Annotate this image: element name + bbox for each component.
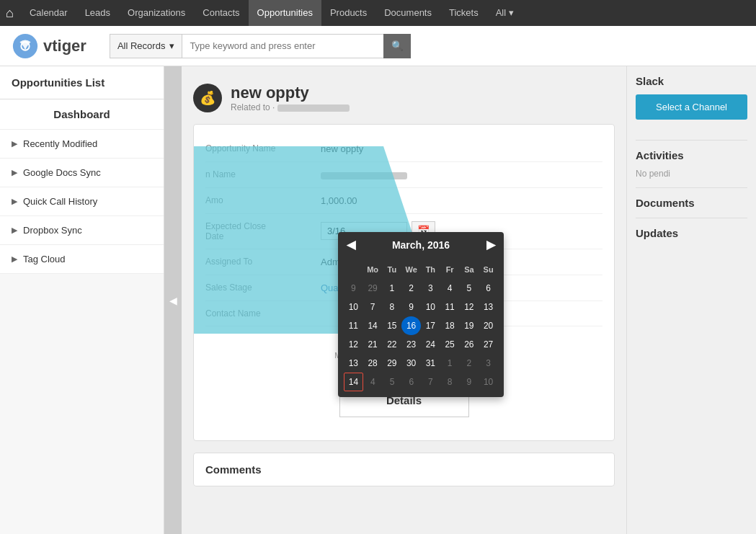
masked-value — [321, 172, 407, 179]
sidebar-item-label: Quick Call History — [23, 196, 97, 207]
select-channel-button[interactable]: Select a Channel — [636, 94, 747, 120]
cal-day[interactable]: 15 — [383, 316, 402, 335]
cal-day[interactable]: 1 — [383, 279, 402, 298]
top-navigation: ⌂ Calendar Leads Organizations Contacts … — [0, 0, 756, 26]
sidebar-collapse-button[interactable]: ◀ — [164, 66, 182, 534]
cal-day[interactable]: 9 — [401, 298, 421, 316]
cal-day[interactable]: 17 — [421, 316, 440, 335]
cal-day[interactable]: 8 — [383, 298, 402, 316]
form-card: Opportunity Name new oppty n Name Amo 1,… — [193, 124, 615, 441]
field-value: 1,000.00 — [321, 195, 602, 206]
nav-opportunities[interactable]: Opportunities — [249, 0, 321, 26]
cal-day[interactable]: 3 — [479, 354, 498, 373]
nav-products[interactable]: Products — [321, 0, 375, 26]
cal-day[interactable]: 29 — [363, 279, 383, 298]
sidebar-item-label: Tag Cloud — [23, 254, 66, 264]
cal-day[interactable]: 25 — [440, 335, 460, 354]
cal-day[interactable]: 26 — [460, 335, 479, 354]
sidebar-item-recently-modified[interactable]: ▶ Recently Modified — [0, 130, 164, 159]
cal-day[interactable]: 7 — [421, 373, 440, 391]
search-button[interactable]: 🔍 — [383, 34, 411, 58]
cal-header-fr: Fr — [440, 260, 460, 279]
cal-day[interactable]: 31 — [421, 354, 440, 373]
sidebar-dashboard[interactable]: Dashboard — [0, 99, 164, 130]
record-icon: 💰 — [193, 84, 222, 112]
calendar-month-label: March, 2016 — [392, 239, 450, 251]
cal-day[interactable]: 10 — [479, 373, 498, 391]
calendar-next-button[interactable]: ▶ — [486, 238, 495, 252]
cal-day[interactable]: 2 — [401, 279, 421, 298]
sidebar-item-tag-cloud[interactable]: ▶ Tag Cloud — [0, 245, 164, 274]
form-row-opportunity-name: Opportunity Name new oppty — [205, 136, 602, 162]
sidebar-section: ▶ Recently Modified ▶ Google Docs Sync ▶… — [0, 130, 164, 274]
cal-day-selected[interactable]: 16 — [401, 316, 421, 335]
cal-day[interactable]: 3 — [421, 279, 440, 298]
cal-day[interactable]: 6 — [479, 279, 498, 298]
home-icon[interactable]: ⌂ — [6, 6, 14, 21]
cal-day[interactable]: 9 — [460, 373, 479, 391]
sidebar-item-label: Google Docs Sync — [23, 167, 101, 178]
cal-day[interactable]: 7 — [363, 298, 383, 316]
nav-organizations[interactable]: Organizations — [119, 0, 194, 26]
cal-day[interactable]: 2 — [460, 354, 479, 373]
documents-title: Documents — [636, 197, 747, 209]
cal-day[interactable]: 5 — [383, 373, 402, 391]
nav-leads[interactable]: Leads — [76, 0, 119, 26]
search-dropdown-label: All Records — [117, 40, 165, 51]
related-link[interactable] — [277, 104, 350, 112]
field-label: Amo — [205, 195, 321, 206]
sidebar-item-quick-call-history[interactable]: ▶ Quick Call History — [0, 187, 164, 216]
sidebar-item-google-docs-sync[interactable]: ▶ Google Docs Sync — [0, 159, 164, 187]
cal-day[interactable]: 28 — [363, 354, 383, 373]
panel-divider-3 — [636, 218, 747, 218]
cal-day[interactable]: 27 — [479, 335, 498, 354]
calendar-week-6: 14 4 5 6 7 8 9 10 — [344, 373, 498, 391]
expand-icon: ▶ — [12, 254, 17, 264]
cal-day[interactable]: 21 — [363, 335, 383, 354]
nav-documents[interactable]: Documents — [375, 0, 440, 26]
cal-day[interactable]: 13 — [479, 298, 498, 316]
cal-day[interactable]: 8 — [440, 373, 460, 391]
nav-calendar[interactable]: Calendar — [21, 0, 76, 26]
cal-header-th: Th — [421, 260, 440, 279]
nav-contacts[interactable]: Contacts — [194, 0, 248, 26]
cal-day[interactable]: 22 — [383, 335, 402, 354]
sidebar-item-dropbox-sync[interactable]: ▶ Dropbox Sync — [0, 216, 164, 245]
cal-day[interactable]: 23 — [401, 335, 421, 354]
activities-title: Activities — [636, 149, 747, 161]
sidebar: Opportunities List Dashboard ▶ Recently … — [0, 66, 164, 534]
cal-day[interactable]: 18 — [440, 316, 460, 335]
nav-tickets[interactable]: Tickets — [440, 0, 487, 26]
calendar-header: ◀ March, 2016 ▶ — [338, 232, 504, 257]
cal-day[interactable]: 6 — [401, 373, 421, 391]
cal-day[interactable]: 4 — [440, 279, 460, 298]
content-area: 💰 new oppty Related to · — [182, 66, 626, 534]
cal-day[interactable]: 14 — [363, 316, 383, 335]
field-label: Sales Stage — [205, 282, 321, 293]
nav-all[interactable]: All ▾ — [487, 0, 522, 26]
cal-day[interactable]: 24 — [421, 335, 440, 354]
cal-day[interactable]: 19 — [460, 316, 479, 335]
cal-day[interactable]: 29 — [383, 354, 402, 373]
cal-day[interactable]: 11 — [440, 298, 460, 316]
search-input[interactable] — [182, 34, 383, 58]
cal-day[interactable]: 5 — [460, 279, 479, 298]
cal-day[interactable]: 12 — [460, 298, 479, 316]
expand-icon: ▶ — [12, 139, 17, 148]
search-area: All Records ▾ 🔍 — [110, 34, 411, 58]
cal-day[interactable]: 20 — [479, 316, 498, 335]
search-dropdown[interactable]: All Records ▾ — [110, 34, 182, 58]
panel-divider-1 — [636, 140, 747, 141]
money-bag-icon: 💰 — [200, 90, 215, 106]
cal-day[interactable]: 1 — [440, 354, 460, 373]
cal-day[interactable]: 4 — [363, 373, 383, 391]
record-header: 💰 new oppty Related to · — [193, 75, 615, 124]
calendar-week-5: 13 28 29 30 31 1 2 3 — [344, 354, 498, 373]
cal-day[interactable]: 10 — [421, 298, 440, 316]
calendar-prev-button[interactable]: ◀ — [347, 238, 355, 252]
cal-week-num: 9 — [344, 279, 363, 298]
cal-week-num: 13 — [344, 354, 363, 373]
cal-day[interactable]: 30 — [401, 354, 421, 373]
cal-week-num: 11 — [344, 316, 363, 335]
field-value — [321, 169, 602, 180]
